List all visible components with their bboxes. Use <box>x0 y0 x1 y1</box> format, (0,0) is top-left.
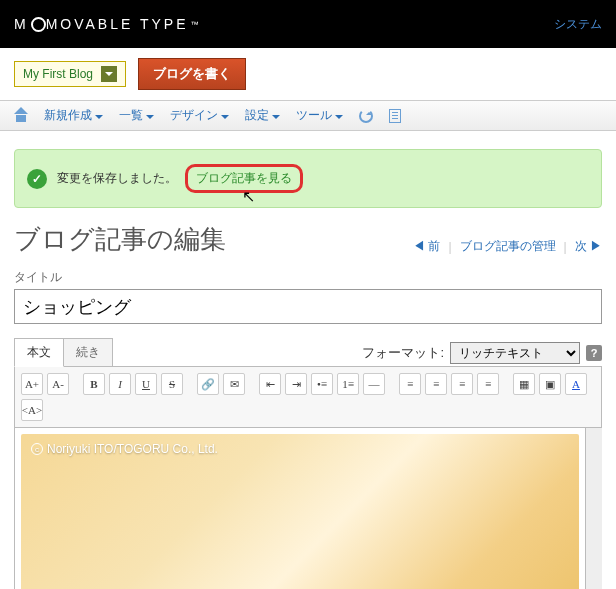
align-left-button[interactable]: ≡ <box>399 373 421 395</box>
blog-name-link[interactable]: My First Blog <box>23 67 93 81</box>
chevron-down-icon <box>95 115 103 119</box>
text-color-button[interactable]: A <box>565 373 587 395</box>
align-right-button[interactable]: ≡ <box>451 373 473 395</box>
refresh-icon <box>359 109 373 123</box>
underline-button[interactable]: U <box>135 373 157 395</box>
menu-design[interactable]: デザイン <box>170 107 229 124</box>
bullet-list-button[interactable]: •≡ <box>311 373 333 395</box>
vertical-scrollbar[interactable] <box>586 428 602 589</box>
mail-button[interactable]: ✉ <box>223 373 245 395</box>
home-link[interactable] <box>14 110 28 122</box>
home-icon <box>14 110 28 122</box>
menu-settings[interactable]: 設定 <box>245 107 280 124</box>
save-success-notice: ✓ 変更を保存しました。 ブログ記事を見る ↖ <box>14 149 602 208</box>
editor-area: タイトル 本文 続き フォーマット: リッチテキスト ? A+ A- B I U… <box>0 269 616 589</box>
next-entry-link[interactable]: 次 ▶ <box>575 238 602 255</box>
brand-logo: MMOVABLE TYPE™ <box>14 16 199 32</box>
bold-button[interactable]: B <box>83 373 105 395</box>
tab-more[interactable]: 続き <box>63 338 113 367</box>
title-label: タイトル <box>14 269 602 286</box>
indent-button[interactable]: ⇥ <box>285 373 307 395</box>
logo-circle-icon <box>31 17 46 32</box>
image-copyright: c Noriyuki ITO/TOGORU Co., Ltd. <box>31 442 218 456</box>
number-list-button[interactable]: 1≡ <box>337 373 359 395</box>
link-button[interactable]: 🔗 <box>197 373 219 395</box>
view-entry-highlight: ブログ記事を見る ↖ <box>185 164 303 193</box>
manage-entries-link[interactable]: ブログ記事の管理 <box>460 238 556 255</box>
format-label: フォーマット: <box>362 344 444 362</box>
body-tabs: 本文 続き <box>14 338 112 367</box>
top-bar: MMOVABLE TYPE™ システム <box>0 0 616 48</box>
help-icon[interactable]: ? <box>586 345 602 361</box>
view-entry-link[interactable]: ブログ記事を見る <box>196 171 292 185</box>
align-justify-button[interactable]: ≡ <box>477 373 499 395</box>
strike-button[interactable]: S <box>161 373 183 395</box>
log-button[interactable] <box>389 109 401 123</box>
italic-button[interactable]: I <box>109 373 131 395</box>
editor-canvas[interactable]: c Noriyuki ITO/TOGORU Co., Ltd. <box>14 428 586 589</box>
insert-image-button[interactable]: ▦ <box>513 373 535 395</box>
check-circle-icon: ✓ <box>27 169 47 189</box>
format-selector: フォーマット: リッチテキスト ? <box>362 342 602 364</box>
chevron-down-icon <box>146 115 154 119</box>
blog-selector[interactable]: My First Blog <box>14 61 126 87</box>
insert-media-button[interactable]: ▣ <box>539 373 561 395</box>
chevron-down-icon <box>335 115 343 119</box>
notice-text: 変更を保存しました。 <box>57 170 177 187</box>
inserted-image[interactable]: c Noriyuki ITO/TOGORU Co., Ltd. <box>21 434 579 589</box>
chevron-down-icon <box>221 115 229 119</box>
tab-body[interactable]: 本文 <box>14 338 64 367</box>
cursor-icon: ↖ <box>242 187 255 206</box>
prev-entry-link[interactable]: ◀ 前 <box>413 238 440 255</box>
font-decrease-button[interactable]: A- <box>47 373 69 395</box>
write-blog-button[interactable]: ブログを書く <box>138 58 246 90</box>
menu-tools[interactable]: ツール <box>296 107 343 124</box>
document-icon <box>389 109 401 123</box>
page-title: ブログ記事の編集 <box>0 212 240 263</box>
menu-new[interactable]: 新規作成 <box>44 107 103 124</box>
main-menu: 新規作成 一覧 デザイン 設定 ツール <box>0 101 616 131</box>
copyright-icon: c <box>31 443 43 455</box>
entry-nav: ◀ 前 | ブログ記事の管理 | 次 ▶ <box>399 238 616 263</box>
entry-title-input[interactable] <box>14 289 602 324</box>
blog-selector-row: My First Blog ブログを書く <box>0 48 616 101</box>
rte-toolbar: A+ A- B I U S 🔗 ✉ ⇤ ⇥ •≡ 1≡ — ≡ ≡ ≡ ≡ ▦ … <box>14 366 602 428</box>
blog-dropdown-icon[interactable] <box>101 66 117 82</box>
chevron-down-icon <box>272 115 280 119</box>
font-increase-button[interactable]: A+ <box>21 373 43 395</box>
hr-button[interactable]: — <box>363 373 385 395</box>
align-center-button[interactable]: ≡ <box>425 373 447 395</box>
refresh-button[interactable] <box>359 109 373 123</box>
html-source-button[interactable]: <A> <box>21 399 43 421</box>
outdent-button[interactable]: ⇤ <box>259 373 281 395</box>
menu-list[interactable]: 一覧 <box>119 107 154 124</box>
format-select[interactable]: リッチテキスト <box>450 342 580 364</box>
system-menu-link[interactable]: システム <box>554 16 602 33</box>
